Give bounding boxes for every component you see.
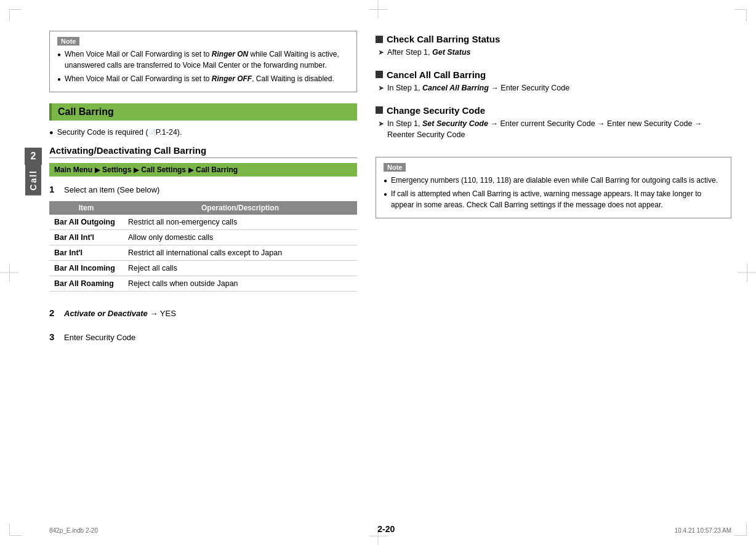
- corner-mark-bl: [9, 523, 22, 536]
- crosshair-left: [0, 272, 18, 273]
- step-3: 3 Enter Security Code: [49, 332, 357, 349]
- table-cell-item: Bar All Int'l: [49, 229, 123, 245]
- security-note: Security Code is required (📄P.1-24).: [49, 128, 357, 137]
- note-item-2-text: When Voice Mail or Call Forwarding is se…: [65, 73, 334, 84]
- sidebar-tab: 2 Call: [25, 148, 42, 196]
- bullet-3: [376, 106, 383, 114]
- step-2-row: 2 Activate or Deactivate → YES: [49, 308, 357, 320]
- check-barring-heading: Check Call Barring Status: [376, 34, 731, 44]
- table-row: Bar All RoamingReject calls when outside…: [49, 276, 357, 291]
- security-note-text: Security Code is required (📄P.1-24).: [57, 128, 182, 137]
- main-content: Note When Voice Mail or Call Forwarding …: [49, 31, 731, 514]
- step-2-text: Activate or Deactivate → YES: [64, 308, 176, 320]
- note-item-1-text: When Voice Mail or Call Forwarding is se…: [65, 49, 349, 71]
- barring-table: Item Operation/Description Bar All Outgo…: [49, 201, 357, 292]
- table-cell-item: Bar All Roaming: [49, 276, 123, 291]
- page-bottom: 842p_E.indb 2-20 2-20 10.4.21 10:57:23 A…: [49, 524, 731, 534]
- footer-right: 10.4.21 10:57:23 AM: [675, 527, 731, 534]
- table-cell-desc: Allow only domestic calls: [123, 229, 357, 245]
- change-security-heading: Change Security Code: [376, 105, 731, 116]
- table-col-item: Item: [49, 201, 123, 215]
- step-2: 2 Activate or Deactivate → YES: [49, 308, 357, 325]
- nav-call-settings: Call Settings: [141, 165, 186, 174]
- step-3-row: 3 Enter Security Code: [49, 332, 357, 344]
- step-3-text: Enter Security Code: [64, 332, 135, 344]
- subsection-heading: Activating/Deactivating Call Barring: [49, 145, 357, 158]
- table-header-row: Item Operation/Description: [49, 201, 357, 215]
- table-cell-desc: Reject all calls: [123, 260, 357, 276]
- step-1-row: 1 Select an item (See below): [49, 184, 357, 196]
- corner-mark-tl: [9, 9, 22, 22]
- note-box-right: Note Emergency numbers (110, 119, 118) a…: [376, 157, 731, 218]
- table-row: Bar All OutgoingRestrict all non-emergen…: [49, 215, 357, 230]
- table-cell-item: Bar All Incoming: [49, 260, 123, 276]
- cancel-barring-heading: Cancel All Call Barring: [376, 70, 731, 80]
- table-cell-item: Bar Int'l: [49, 245, 123, 260]
- sidebar-tab-label: Call: [25, 165, 41, 196]
- footer-left: 842p_E.indb 2-20: [49, 527, 98, 534]
- check-barring-title: Check Call Barring Status: [387, 34, 500, 44]
- detail-arrow-3: ➤: [378, 118, 384, 129]
- check-barring-section: Check Call Barring Status ➤ After Step 1…: [376, 34, 731, 62]
- right-note-item-2: If call is attempted when Call Barring i…: [384, 188, 723, 210]
- nav-arrow-3: ▶: [188, 166, 193, 174]
- note-box-top: Note When Voice Mail or Call Forwarding …: [49, 31, 357, 92]
- note-label-top: Note: [57, 37, 79, 46]
- table-row: Bar Int'lRestrict all international call…: [49, 245, 357, 260]
- crosshair-top: [378, 0, 379, 18]
- table-cell-desc: Restrict all international calls except …: [123, 245, 357, 260]
- bullet-1: [376, 36, 383, 43]
- right-note-item-1: Emergency numbers (110, 119, 118) are di…: [384, 175, 723, 186]
- corner-mark-tr: [734, 9, 747, 22]
- cancel-barring-section: Cancel All Call Barring ➤ In Step 1, Can…: [376, 70, 731, 98]
- nav-main-menu: Main Menu: [54, 165, 92, 174]
- right-column: Check Call Barring Status ➤ After Step 1…: [376, 31, 731, 514]
- change-security-section: Change Security Code ➤ In Step 1, Set Se…: [376, 105, 731, 145]
- detail-arrow-2: ➤: [378, 82, 384, 93]
- page: 2 Call Note When Voice Mail or Call Forw…: [0, 0, 756, 545]
- change-security-detail-text: In Step 1, Set Security Code → Enter cur…: [387, 118, 731, 141]
- nav-arrow-1: ▶: [95, 166, 100, 174]
- right-note-item-2-text: If call is attempted when Call Barring i…: [391, 188, 723, 210]
- step-1-text: Select an item (See below): [64, 184, 159, 196]
- nav-settings: Settings: [102, 165, 131, 174]
- nav-arrow-2: ▶: [134, 166, 139, 174]
- change-security-detail: ➤ In Step 1, Set Security Code → Enter c…: [378, 118, 731, 141]
- note-label-right: Note: [384, 163, 406, 172]
- check-barring-detail-text: After Step 1, Get Status: [387, 47, 470, 58]
- table-cell-item: Bar All Outgoing: [49, 215, 123, 230]
- table-col-desc: Operation/Description: [123, 201, 357, 215]
- cancel-barring-title: Cancel All Call Barring: [387, 70, 486, 80]
- step-3-number: 3: [49, 332, 59, 342]
- left-column: Note When Voice Mail or Call Forwarding …: [49, 31, 357, 514]
- table-row: Bar All IncomingReject all calls: [49, 260, 357, 276]
- detail-arrow-1: ➤: [378, 47, 384, 58]
- crosshair-right: [738, 272, 756, 273]
- step-1-number: 1: [49, 184, 59, 194]
- step-1: 1 Select an item (See below) Item Operat…: [49, 184, 357, 300]
- cancel-barring-detail-text: In Step 1, Cancel All Barring → Enter Se…: [387, 82, 569, 94]
- table-cell-desc: Reject calls when outside Japan: [123, 276, 357, 291]
- page-number: 2-20: [377, 524, 395, 534]
- table-cell-desc: Restrict all non-emergency calls: [123, 215, 357, 230]
- note-item-1: When Voice Mail or Call Forwarding is se…: [57, 49, 349, 71]
- bullet-2: [376, 71, 383, 78]
- table-row: Bar All Int'lAllow only domestic calls: [49, 229, 357, 245]
- change-security-title: Change Security Code: [387, 105, 485, 116]
- step-2-number: 2: [49, 308, 59, 318]
- sidebar-tab-number: 2: [25, 148, 42, 165]
- section-heading: Call Barring: [49, 103, 357, 121]
- right-note-item-1-text: Emergency numbers (110, 119, 118) are di…: [391, 175, 718, 186]
- check-barring-detail: ➤ After Step 1, Get Status: [378, 47, 731, 58]
- nav-path: Main Menu ▶ Settings ▶ Call Settings ▶ C…: [49, 163, 357, 177]
- nav-call-barring: Call Barring: [196, 165, 238, 174]
- cancel-barring-detail: ➤ In Step 1, Cancel All Barring → Enter …: [378, 82, 731, 94]
- corner-mark-br: [734, 523, 747, 536]
- note-item-2: When Voice Mail or Call Forwarding is se…: [57, 73, 349, 84]
